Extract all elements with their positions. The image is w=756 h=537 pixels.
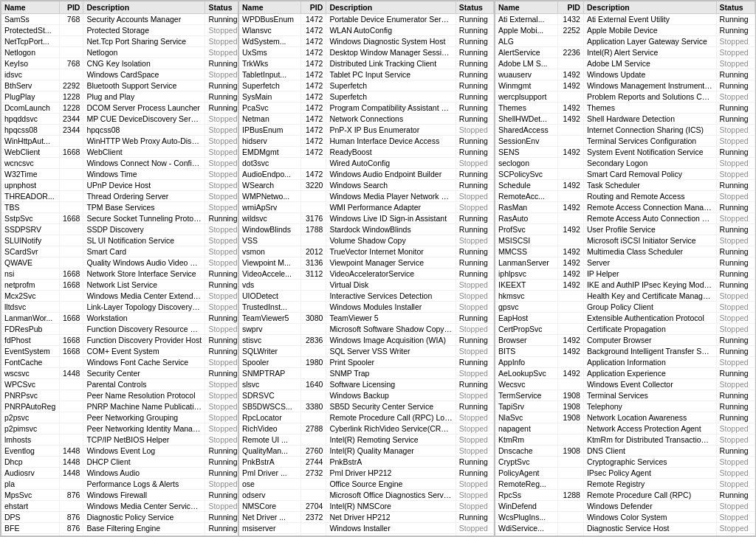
table-row[interactable]: Net Driver ...2372Net Driver HP212Runnin… xyxy=(239,512,494,523)
table-row[interactable]: EMDMgmt1472ReadyBoostRunning xyxy=(239,147,494,158)
table-row[interactable]: SSDPSRVSSDP DiscoveryStopped xyxy=(1,224,238,235)
table-row[interactable]: WindowBlinds1788Stardock WindowBlindsRun… xyxy=(239,224,494,235)
table-wrapper-1[interactable]: Name PID Description Status SamSs768Secu… xyxy=(1,1,238,536)
table-row[interactable]: PNRPAutoRegPNRP Machine Name Publication… xyxy=(1,401,238,412)
table-row[interactable]: wscsvc1448Security CenterRunning xyxy=(1,368,238,379)
table-row[interactable]: NMSCore2704Intel(R) NMSCoreStopped xyxy=(239,501,494,512)
table-row[interactable]: AlertService2236Intel(R) Alert ServiceSt… xyxy=(495,47,755,58)
table-row[interactable]: SstpSvc1668Secure Socket Tunneling Proto… xyxy=(1,213,238,224)
table-row[interactable]: IPBusEnum1472PnP-X IP Bus EnumeratorStop… xyxy=(239,125,494,136)
table-row[interactable]: PNRPsvcPeer Name Resolution ProtocolStop… xyxy=(1,390,238,401)
table-row[interactable]: PcaSvc1472Program Compatibility Assistan… xyxy=(239,103,494,114)
table-row[interactable]: TrustedInst...Windows Modules InstallerS… xyxy=(239,302,494,313)
table-row[interactable]: stisvc2836Windows Image Acquisition (WIA… xyxy=(239,335,494,346)
table-row[interactable]: SB5DWSCS...3380SB5D Security Center Serv… xyxy=(239,401,494,412)
table-row[interactable]: UIODetectInteractive Services DetectionS… xyxy=(239,291,494,302)
table-row[interactable]: SharedAccessInternet Connection Sharing … xyxy=(495,125,755,136)
table-row[interactable]: SDRSVCWindows BackupStopped xyxy=(239,390,494,401)
table-row[interactable]: seclogonSecondary LogonStopped xyxy=(495,158,755,169)
table-row[interactable]: SENS1492System Event Notification Servic… xyxy=(495,147,755,158)
table-row[interactable]: ProtectedSt...Protected StorageStopped xyxy=(1,25,238,36)
table-row[interactable]: netprofm1668Network List ServiceRunning xyxy=(1,280,238,291)
table-row[interactable]: NlaSvc1908Network Location AwarenessRunn… xyxy=(495,412,755,423)
table-row[interactable]: fdPhost1668Function Discovery Provider H… xyxy=(1,335,238,346)
table-row[interactable]: SysMain1472SuperfetchRunning xyxy=(239,91,494,103)
table-row[interactable]: Apple Mobi...2252Apple Mobile DeviceRunn… xyxy=(495,25,755,36)
table-row[interactable]: WPDBusEnum1472Portable Device Enumerator… xyxy=(239,14,494,25)
table-row[interactable]: TBSTPM Base ServicesStopped xyxy=(1,202,238,213)
table-row[interactable]: KtmRmKtmRm for Distributed Transaction C… xyxy=(495,434,755,446)
table-row[interactable]: RemoteReg...Remote RegistryStopped xyxy=(495,479,755,490)
table-row[interactable]: wmiApSrvWMI Performance AdapterStopped xyxy=(239,202,494,213)
table-row[interactable]: Viewpoint M...3136Viewpoint Manager Serv… xyxy=(239,257,494,268)
table-row[interactable]: MSISCSIMicrosoft iSCSI Initiator Service… xyxy=(495,235,755,246)
table-row[interactable]: Winmgmt1492Windows Management Instrument… xyxy=(495,80,755,91)
table-row[interactable]: WcsPlugIns...Windows Color SystemStopped xyxy=(495,512,755,523)
table-row[interactable]: PnkBstrA2744PnkBstrARunning xyxy=(239,457,494,468)
table-row[interactable]: Mcx2SvcWindows Media Center Extender Ser… xyxy=(1,291,238,302)
table-row[interactable]: SCardSvrSmart CardStopped xyxy=(1,246,238,257)
table-row[interactable]: lltdsvcLink-Layer Topology Discovery Map… xyxy=(1,302,238,313)
table-row[interactable]: napagentNetwork Access Protection AgentS… xyxy=(495,423,755,434)
table-row[interactable]: UxSms1472Desktop Window Manager Session … xyxy=(239,47,494,58)
table-row[interactable]: dot3svcWired AutoConfigStopped xyxy=(239,158,494,169)
table-row[interactable]: hpqcss082344hpqcss08Stopped xyxy=(1,125,238,136)
table-row[interactable]: PolicyAgentIPsec Policy AgentStopped xyxy=(495,468,755,479)
table-row[interactable]: AeLookupSvc1492Application ExperienceRun… xyxy=(495,368,755,379)
table-row[interactable]: WinDefendWindows DefenderStopped xyxy=(495,501,755,512)
table-row[interactable]: odservMicrosoft Office Diagnostics Servi… xyxy=(239,490,494,501)
table-row[interactable]: slsvc1640Software LicensingRunning xyxy=(239,379,494,390)
table-row[interactable]: QualityMan...2760Intel(R) Quality Manage… xyxy=(239,446,494,457)
table-row[interactable]: p2pimsvcPeer Networking Identity Manager… xyxy=(1,423,238,434)
table-row[interactable]: idsvcWindows CardSpaceStopped xyxy=(1,69,238,80)
table-row[interactable]: oseOffice Source EngineStopped xyxy=(239,479,494,490)
table-row[interactable]: THREADOR...Thread Ordering ServerStopped xyxy=(1,191,238,202)
table-row[interactable]: EventSystem1668COM+ Event SystemRunning xyxy=(1,346,238,357)
table-row[interactable]: nsi1668Network Store Interface ServiceRu… xyxy=(1,268,238,280)
table-row[interactable]: CertPropSvcCertificate PropagationStoppe… xyxy=(495,324,755,335)
table-row[interactable]: MMCSS1492Multimedia Class SchedulerRunni… xyxy=(495,246,755,257)
table-row[interactable]: Browser1492Computer BrowserRunning xyxy=(495,335,755,346)
table-row[interactable]: TabletInput...1472Tablet PC Input Servic… xyxy=(239,69,494,80)
table-row[interactable]: WebClient1668WebClientStopped xyxy=(1,147,238,158)
table-row[interactable]: WdSystem...1472Windows Diagnostic System… xyxy=(239,36,494,47)
table-row[interactable]: SQLWriterSQL Server VSS WriterStopped xyxy=(239,346,494,357)
table-row[interactable]: msiserverWindows InstallerStopped xyxy=(239,523,494,534)
table-row[interactable]: BFE876Base Filtering EngineRunning xyxy=(1,523,238,534)
table-row[interactable]: MpsSvc876Windows FirewallRunning xyxy=(1,490,238,501)
table-row[interactable]: wildsvc3176Windows Live ID Sign-in Assis… xyxy=(239,213,494,224)
table-row[interactable]: RasAutoRemote Access Auto Connection Man… xyxy=(495,213,755,224)
table-row[interactable]: Netman1472Network ConnectionsRunning xyxy=(239,114,494,125)
table-row[interactable]: BthServ2292Bluetooth Support ServiceRunn… xyxy=(1,80,238,91)
table-row[interactable]: RpcSs1288Remote Procedure Call (RPC)Runn… xyxy=(495,490,755,501)
table-row[interactable]: gpsvcGroup Policy ClientStopped xyxy=(495,302,755,313)
table-row[interactable]: wcncsvcWindows Connect Now - Config Regi… xyxy=(1,158,238,169)
table-row[interactable]: WinHttpAut...WinHTTP Web Proxy Auto-Disc… xyxy=(1,136,238,147)
table-row[interactable]: WPCSvcParental ControlsStopped xyxy=(1,379,238,390)
table-row[interactable]: hidserv1472Human Interface Device Access… xyxy=(239,136,494,147)
table-row[interactable]: RemoteAcc...Routing and Remote AccessSto… xyxy=(495,191,755,202)
table-row[interactable]: KeyIso768CNG Key IsolationRunning xyxy=(1,58,238,69)
table-row[interactable]: Dnscache1908DNS ClientRunning xyxy=(495,446,755,457)
table-row[interactable]: SNMPTRAPSNMP TrapStopped xyxy=(239,368,494,379)
table-row[interactable]: CryptSvcCryptographic ServicesStopped xyxy=(495,457,755,468)
table-row[interactable]: WSearch3220Windows SearchRunning xyxy=(239,180,494,191)
table-row[interactable]: ehstartWindows Media Center Service Laun… xyxy=(1,501,238,512)
table-row[interactable]: Remote UI ...Intel(R) Remoting ServiceSt… xyxy=(239,434,494,446)
table-row[interactable]: RasMan1492Remote Access Connection Manag… xyxy=(495,202,755,213)
table-row[interactable]: vdsVirtual DiskStopped xyxy=(239,280,494,291)
table-row[interactable]: hpqddsvc2344MP CUE DeviceDiscovery Servi… xyxy=(1,114,238,125)
table-row[interactable]: ProfSvc1492User Profile ServiceRunning xyxy=(495,224,755,235)
table-wrapper-3[interactable]: Name PID Description Status Ati External… xyxy=(495,1,755,536)
table-wrapper-2[interactable]: Name PID Description Status WPDBusEnum14… xyxy=(239,1,494,536)
table-row[interactable]: Wlansvc1472WLAN AutoConfigRunning xyxy=(239,25,494,36)
table-row[interactable]: ShellHWDet...1492Shell Hardware Detectio… xyxy=(495,114,755,125)
table-row[interactable]: Themes1492ThemesRunning xyxy=(495,103,755,114)
table-row[interactable]: p2psvcPeer Networking GroupingStopped xyxy=(1,412,238,423)
table-row[interactable]: WdiService...Diagnostic Service HostStop… xyxy=(495,523,755,534)
table-row[interactable]: SamSs768Security Accounts ManagerRunning xyxy=(1,14,238,25)
table-row[interactable]: Eventlog1448Windows Event LogRunning xyxy=(1,446,238,457)
table-row[interactable]: WecsvcWindows Event CollectorStopped xyxy=(495,379,755,390)
table-row[interactable]: Pml Driver ...2732Pml Driver HP212Runnin… xyxy=(239,468,494,479)
table-row[interactable]: LanmanWor...1668WorkstationRunning xyxy=(1,313,238,324)
